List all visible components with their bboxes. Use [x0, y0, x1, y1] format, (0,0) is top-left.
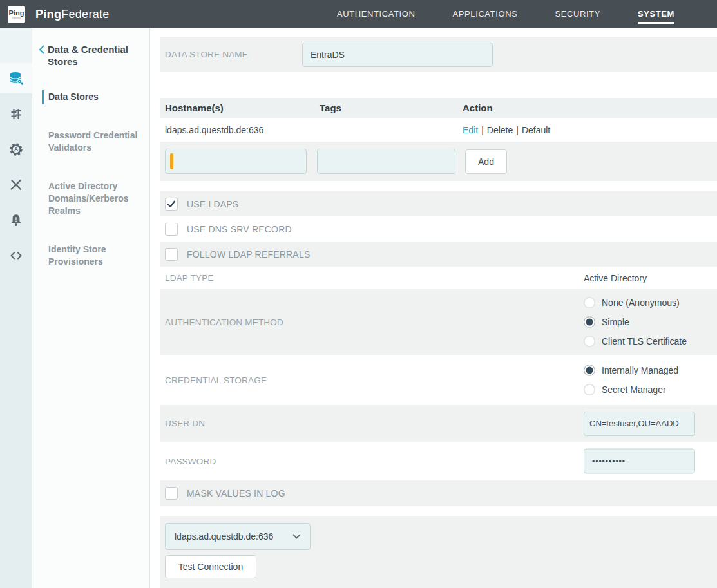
- cluster-nodes-icon: [8, 177, 24, 193]
- radio-label: Internally Managed: [602, 365, 678, 375]
- app-title-bold: Ping: [35, 8, 61, 21]
- sidebar-item-password-credential-validators[interactable]: Password Credential Validators: [32, 128, 149, 155]
- nav-applications[interactable]: APPLICATIONS: [453, 5, 518, 24]
- radio-option-internally-managed[interactable]: Internally Managed: [584, 361, 678, 380]
- radio-option-simple[interactable]: Simple: [584, 312, 687, 332]
- password-label: PASSWORD: [165, 457, 302, 466]
- password-input[interactable]: [584, 449, 695, 474]
- sidebar-header[interactable]: Data & Credential Stores: [32, 43, 149, 68]
- new-hostname-input[interactable]: [165, 149, 307, 174]
- sidebar-item-ad-domains-kerberos[interactable]: Active Directory Domains/Kerberos Realms: [32, 179, 149, 218]
- authentication-method-row: AUTHENTICATION METHOD None (Anonymous) S…: [160, 289, 717, 355]
- credential-storage-label: CREDENTIAL STORAGE: [165, 375, 302, 385]
- credential-storage-options: Internally Managed Secret Manager: [584, 361, 678, 399]
- authentication-method-options: None (Anonymous) Simple Client TLS Certi…: [584, 293, 687, 351]
- hostname-select-dropdown[interactable]: ldaps.ad.questdb.de:636: [165, 523, 311, 550]
- logo-subtext: Identity: [12, 17, 21, 19]
- rail-item-alerts[interactable]: [0, 205, 32, 235]
- bell-alert-icon: [8, 213, 24, 228]
- main-content: DATA STORE NAME Hostname(s) Tags Action …: [150, 28, 717, 588]
- default-link[interactable]: Default: [522, 125, 550, 135]
- follow-ldap-referrals-label: FOLLOW LDAP REFERRALS: [187, 249, 310, 260]
- data-store-name-row: DATA STORE NAME: [160, 37, 717, 72]
- checkmark-icon: [166, 199, 177, 209]
- radio-icon[interactable]: [584, 297, 595, 308]
- user-dn-input[interactable]: [584, 412, 695, 436]
- use-dns-srv-row: USE DNS SRV RECORD: [160, 216, 717, 242]
- radio-icon[interactable]: [584, 384, 595, 395]
- col-tags: Tags: [320, 102, 463, 113]
- back-chevron-icon: [39, 45, 44, 68]
- nav-system[interactable]: SYSTEM: [638, 5, 674, 24]
- radio-icon-selected[interactable]: [584, 365, 595, 376]
- mask-values-row: MASK VALUES IN LOG: [160, 480, 717, 506]
- col-action: Action: [463, 102, 717, 113]
- new-tags-input[interactable]: [317, 149, 455, 174]
- rail-item-cluster[interactable]: [0, 169, 32, 200]
- database-key-icon: [8, 70, 24, 87]
- nav-authentication[interactable]: AUTHENTICATION: [337, 5, 416, 24]
- test-connection-section: ldaps.ad.questdb.de:636 Test Connection: [160, 516, 717, 588]
- ldap-type-row: LDAP TYPE Active Directory: [160, 267, 717, 289]
- sidebar-title: Data & Credential Stores: [48, 43, 134, 68]
- test-connection-button[interactable]: Test Connection: [165, 555, 256, 578]
- use-ldaps-checkbox[interactable]: [165, 198, 178, 211]
- radio-label: Secret Manager: [602, 384, 666, 395]
- sliders-icon: [8, 106, 24, 122]
- actions-cell: Edit|Delete|Default: [463, 125, 717, 135]
- ping-identity-logo: Ping Identity: [8, 6, 25, 23]
- radio-label: Client TLS Certificate: [602, 336, 687, 346]
- table-row: ldaps.ad.questdb.de:636 Edit|Delete|Defa…: [160, 118, 717, 142]
- use-ldaps-row: USE LDAPS: [160, 191, 717, 216]
- top-navigation: AUTHENTICATION APPLICATIONS SECURITY SYS…: [337, 5, 717, 24]
- radio-option-secret-manager[interactable]: Secret Manager: [584, 380, 678, 399]
- use-ldaps-label: USE LDAPS: [187, 199, 238, 209]
- use-dns-srv-checkbox[interactable]: [165, 223, 178, 236]
- col-hostnames: Hostname(s): [165, 102, 320, 113]
- rail-item-server-settings[interactable]: A: [0, 134, 32, 164]
- sidebar-item-identity-store-provisioners[interactable]: Identity Store Provisioners: [32, 242, 149, 269]
- app-title-light: Federate: [61, 8, 109, 21]
- data-store-name-input[interactable]: [302, 43, 493, 67]
- sidebar: Data & Credential Stores Data Stores Pas…: [32, 28, 150, 588]
- top-bar: Ping Identity PingFederate AUTHENTICATIO…: [0, 0, 717, 28]
- action-separator: |: [481, 125, 484, 135]
- rail-item-settings[interactable]: [0, 99, 32, 129]
- use-dns-srv-label: USE DNS SRV RECORD: [187, 224, 292, 234]
- radio-icon[interactable]: [584, 336, 595, 347]
- delete-link[interactable]: Delete: [487, 125, 513, 135]
- action-separator: |: [516, 125, 519, 135]
- radio-label: Simple: [602, 317, 629, 327]
- text-cursor-indicator: [170, 153, 173, 169]
- gear-icon: A: [8, 141, 24, 158]
- rail-item-data-stores[interactable]: [0, 63, 32, 93]
- radio-icon-selected[interactable]: [584, 316, 595, 328]
- authentication-method-label: AUTHENTICATION METHOD: [165, 318, 302, 327]
- radio-option-none-anonymous[interactable]: None (Anonymous): [584, 293, 687, 312]
- dropdown-selected-value: ldaps.ad.questdb.de:636: [175, 531, 273, 542]
- credential-storage-row: CREDENTIAL STORAGE Internally Managed Se…: [160, 355, 717, 405]
- follow-ldap-referrals-checkbox[interactable]: [165, 248, 178, 261]
- add-hostname-row: Add: [160, 142, 717, 181]
- ldap-type-value: Active Directory: [584, 273, 647, 283]
- password-row: PASSWORD: [160, 442, 717, 480]
- hosts-table-header: Hostname(s) Tags Action: [160, 98, 717, 118]
- mask-values-checkbox[interactable]: [165, 487, 178, 500]
- rail-item-api[interactable]: [0, 240, 32, 270]
- edit-link[interactable]: Edit: [463, 125, 478, 135]
- follow-ldap-referrals-row: FOLLOW LDAP REFERRALS: [160, 242, 717, 267]
- app-title: PingFederate: [35, 8, 110, 21]
- hostname-cell: ldaps.ad.questdb.de:636: [165, 125, 320, 135]
- sidebar-item-data-stores[interactable]: Data Stores: [32, 90, 149, 104]
- sidebar-list: Data Stores Password Credential Validato…: [32, 90, 149, 269]
- radio-option-client-tls-certificate[interactable]: Client TLS Certificate: [584, 332, 687, 351]
- svg-text:A: A: [14, 146, 19, 153]
- logo-text: Ping: [9, 10, 24, 17]
- chevron-down-icon: [292, 534, 301, 539]
- mask-values-label: MASK VALUES IN LOG: [187, 488, 285, 498]
- icon-rail: A: [0, 28, 32, 588]
- radio-label: None (Anonymous): [602, 298, 680, 308]
- nav-security[interactable]: SECURITY: [555, 5, 600, 24]
- add-button[interactable]: Add: [465, 149, 507, 174]
- user-dn-row: USER DN: [160, 405, 717, 442]
